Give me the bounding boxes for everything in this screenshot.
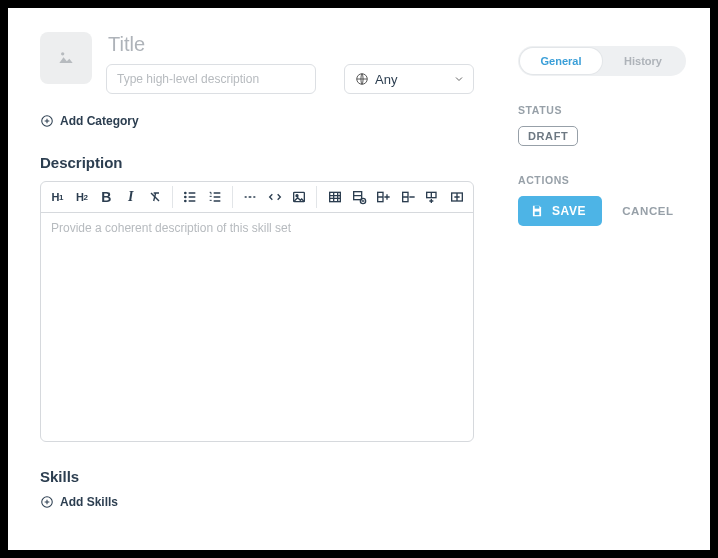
add-skills-label: Add Skills xyxy=(60,495,118,509)
add-skills-button[interactable]: Add Skills xyxy=(40,495,474,509)
svg-point-5 xyxy=(185,200,186,201)
description-input[interactable] xyxy=(106,64,316,94)
app-frame: Title Any Add Category Description H1 H2 xyxy=(8,8,710,550)
ordered-list-button[interactable] xyxy=(205,186,225,208)
bullet-list-button[interactable] xyxy=(180,186,200,208)
add-category-label: Add Category xyxy=(60,114,139,128)
svg-point-4 xyxy=(185,196,186,197)
main-column: Title Any Add Category Description H1 H2 xyxy=(40,32,498,526)
editor-placeholder: Provide a coherent description of this s… xyxy=(51,221,463,235)
svg-rect-17 xyxy=(535,212,540,216)
separator xyxy=(316,186,317,208)
image-button[interactable] xyxy=(289,186,309,208)
visibility-value: Any xyxy=(375,72,447,87)
code-button[interactable] xyxy=(264,186,284,208)
bold-button[interactable]: B xyxy=(96,186,116,208)
plus-circle-icon xyxy=(40,495,54,509)
tab-group: General History xyxy=(518,46,686,76)
heading2-button[interactable]: H2 xyxy=(71,186,91,208)
separator xyxy=(172,186,173,208)
italic-button[interactable]: I xyxy=(120,186,140,208)
description-heading: Description xyxy=(40,154,474,171)
status-label: STATUS xyxy=(518,104,686,116)
save-icon xyxy=(530,204,544,218)
actions-row: SAVE CANCEL xyxy=(518,196,686,226)
image-icon xyxy=(56,48,76,68)
tab-general[interactable]: General xyxy=(520,48,602,74)
editor-canvas[interactable]: Provide a coherent description of this s… xyxy=(41,213,473,441)
separator xyxy=(232,186,233,208)
delete-column-button[interactable] xyxy=(398,186,418,208)
save-button[interactable]: SAVE xyxy=(518,196,602,226)
plus-circle-icon xyxy=(40,114,54,128)
rich-text-editor: H1 H2 B I Provide a xyxy=(40,181,474,442)
chevron-down-icon xyxy=(453,73,465,85)
tab-history[interactable]: History xyxy=(602,48,684,74)
hr-button[interactable] xyxy=(240,186,260,208)
heading1-button[interactable]: H1 xyxy=(47,186,67,208)
header-fields: Title Any xyxy=(106,32,474,94)
add-column-button[interactable] xyxy=(373,186,393,208)
delete-table-button[interactable] xyxy=(349,186,369,208)
title-placeholder[interactable]: Title xyxy=(106,32,474,56)
svg-rect-8 xyxy=(329,192,340,201)
svg-point-0 xyxy=(61,52,64,55)
svg-rect-16 xyxy=(535,206,540,209)
add-category-button[interactable]: Add Category xyxy=(40,114,474,128)
save-label: SAVE xyxy=(552,204,586,218)
sidebar: General History STATUS DRAFT ACTIONS SAV… xyxy=(498,32,686,526)
header: Title Any xyxy=(40,32,474,94)
svg-point-3 xyxy=(185,192,186,193)
clear-format-button[interactable] xyxy=(145,186,165,208)
cancel-button[interactable]: CANCEL xyxy=(622,205,674,217)
visibility-select[interactable]: Any xyxy=(344,64,474,94)
skills-heading: Skills xyxy=(40,468,474,485)
table-button[interactable] xyxy=(324,186,344,208)
editor-toolbar: H1 H2 B I xyxy=(41,182,473,213)
image-placeholder[interactable] xyxy=(40,32,92,84)
add-row-button[interactable] xyxy=(422,186,442,208)
status-badge: DRAFT xyxy=(518,126,578,146)
svg-point-7 xyxy=(296,195,298,197)
globe-icon xyxy=(355,72,369,86)
merge-cells-button[interactable] xyxy=(447,186,467,208)
actions-label: ACTIONS xyxy=(518,174,686,186)
